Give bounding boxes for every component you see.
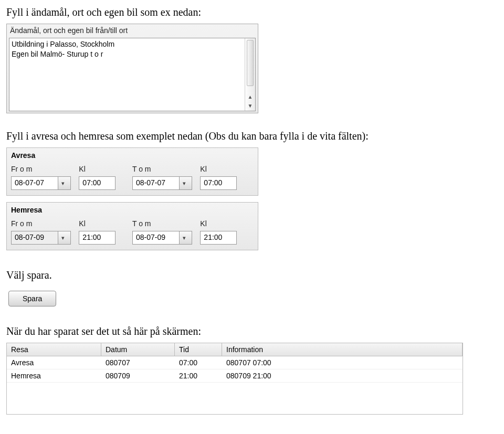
hemresa-to-date-picker-button[interactable]: ▾ [179, 231, 192, 244]
avresa-from-label: Fr o m [11, 165, 79, 173]
chevron-down-icon: ▾ [180, 178, 192, 188]
hemresa-section: Hemresa Fr o m 08-07-09 ▾ Kl 21:00 T o m… [6, 202, 258, 250]
hemresa-from-date: 08-07-09 ▾ [11, 231, 71, 245]
purpose-textarea[interactable]: Utbildning i Palasso, Stockholm Egen bil… [9, 38, 256, 111]
avresa-from-kl-label: Kl [79, 165, 132, 173]
cell-resa: Hemresa [7, 369, 101, 382]
hemresa-from-date-value: 08-07-09 [12, 231, 58, 244]
hemresa-to-label: T o m [132, 219, 200, 228]
instruction-1: Fyll i ändamål, ort och egen bil som ex … [6, 6, 498, 18]
purpose-textarea-container: Ändamål, ort och egen bil från/till ort … [6, 24, 258, 113]
avresa-from-time[interactable]: 07:00 [79, 176, 116, 190]
cell-info: 080709 21:00 [222, 369, 463, 382]
avresa-to-date[interactable]: 08-07-07 ▾ [132, 176, 192, 190]
avresa-section: Avresa Fr o m 08-07-07 ▾ Kl 07:00 T o m … [6, 147, 258, 196]
purpose-line: Egen bil Malmö- Sturup t o r [12, 49, 243, 59]
purpose-label: Ändamål, ort och egen bil från/till ort [7, 24, 258, 38]
instruction-4: När du har sparat ser det ut så här på s… [6, 325, 498, 337]
hemresa-from-label: Fr o m [11, 219, 79, 228]
table-empty-area [7, 383, 463, 414]
hemresa-from-time[interactable]: 21:00 [79, 231, 116, 245]
th-tid: Tid [175, 343, 222, 356]
result-table: Resa Datum Tid Information Avresa 080707… [6, 343, 463, 415]
purpose-textarea-content: Utbildning i Palasso, Stockholm Egen bil… [9, 38, 245, 111]
instruction-3: Välj spara. [6, 269, 498, 281]
hemresa-to-date-value: 08-07-09 [133, 231, 179, 244]
textarea-scrollbar[interactable]: ▲ ▼ [245, 38, 255, 111]
hemresa-to-date[interactable]: 08-07-09 ▾ [132, 231, 192, 245]
scroll-up-icon[interactable]: ▲ [247, 93, 254, 100]
cell-datum: 080709 [101, 369, 175, 382]
avresa-to-date-picker-button[interactable]: ▾ [179, 177, 192, 189]
th-datum: Datum [101, 343, 175, 356]
avresa-from-date[interactable]: 08-07-07 ▾ [11, 176, 71, 190]
avresa-from-date-picker-button[interactable]: ▾ [58, 177, 70, 189]
avresa-to-date-value: 08-07-07 [133, 177, 179, 189]
cell-resa: Avresa [7, 356, 101, 369]
table-row: Hemresa 080709 21:00 080709 21:00 [7, 369, 463, 383]
scrollbar-thumb[interactable] [247, 40, 254, 86]
avresa-to-kl-label: Kl [200, 165, 254, 173]
chevron-down-icon: ▾ [58, 233, 70, 243]
cell-datum: 080707 [101, 356, 175, 369]
hemresa-from-kl-label: Kl [79, 219, 132, 228]
avresa-to-label: T o m [132, 165, 200, 173]
th-resa: Resa [7, 343, 101, 356]
hemresa-title: Hemresa [11, 206, 254, 214]
scroll-down-icon[interactable]: ▼ [247, 102, 254, 109]
cell-tid: 07:00 [175, 356, 222, 369]
hemresa-to-kl-label: Kl [200, 219, 254, 228]
instruction-2: Fyll i avresa och hemresa som exemplet n… [6, 130, 498, 142]
hemresa-to-time[interactable]: 21:00 [200, 231, 237, 245]
hemresa-from-date-picker-button[interactable]: ▾ [58, 231, 70, 244]
chevron-down-icon: ▾ [180, 233, 192, 243]
table-header: Resa Datum Tid Information [7, 343, 463, 356]
table-row: Avresa 080707 07:00 080707 07:00 [7, 356, 463, 369]
chevron-down-icon: ▾ [58, 178, 70, 188]
cell-info: 080707 07:00 [222, 356, 463, 369]
avresa-from-date-value: 08-07-07 [12, 177, 58, 189]
avresa-title: Avresa [11, 151, 254, 160]
th-info: Information [222, 343, 463, 356]
purpose-line: Utbildning i Palasso, Stockholm [12, 39, 243, 49]
save-button[interactable]: Spara [8, 291, 56, 306]
cell-tid: 21:00 [175, 369, 222, 382]
avresa-to-time[interactable]: 07:00 [200, 176, 237, 190]
